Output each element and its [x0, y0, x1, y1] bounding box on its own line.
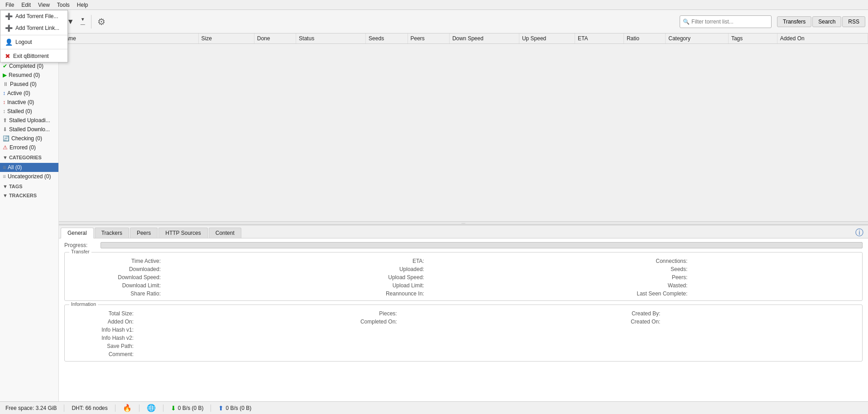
sidebar-item-stalled-downloading[interactable]: ⬇ Stalled Downlo... — [0, 125, 58, 134]
col-size[interactable]: Size — [198, 33, 254, 44]
info-hash-v2-label: Info Hash v2: — [70, 335, 134, 341]
info-hash-v2-value — [137, 335, 857, 341]
menu-edit[interactable]: Edit — [18, 1, 34, 9]
add-torrent-file-item[interactable]: ➕ Add Torrent File... — [0, 10, 67, 22]
col-eta[interactable]: ETA — [575, 33, 624, 44]
col-added-on[interactable]: Added On — [777, 33, 868, 44]
sidebar-resumed-label: Resumed (0) — [9, 72, 40, 78]
add-torrent-link-item[interactable]: ➕ Add Torrent Link... — [0, 22, 67, 34]
col-ratio[interactable]: Ratio — [623, 33, 665, 44]
menu-file[interactable]: File — [2, 1, 18, 9]
statusbar-sep-4 — [163, 404, 163, 412]
menu-view[interactable]: View — [34, 1, 53, 9]
col-up-speed[interactable]: Up Speed — [519, 33, 575, 44]
statusbar-sep-5 — [211, 404, 211, 412]
created-by-label: Created By: — [597, 310, 660, 317]
sidebar-stalled-label: Stalled (0) — [7, 108, 32, 114]
toolbar-sep-2 — [91, 15, 91, 29]
time-active-value — [164, 258, 330, 264]
sidebar-item-completed[interactable]: ✔ Completed (0) — [0, 62, 58, 71]
col-down-speed[interactable]: Down Speed — [449, 33, 519, 44]
trackers-header[interactable]: ▼ TRACKERS — [0, 191, 58, 200]
down-arrow-icon: ⬇ — [171, 404, 176, 412]
trackers-label: TRACKERS — [9, 193, 37, 198]
statusbar-sep-2 — [115, 404, 115, 412]
sidebar-item-stalled[interactable]: ↕ Stalled (0) — [0, 107, 58, 116]
tab-content[interactable]: Content — [209, 228, 241, 238]
dropdown-sep-2 — [0, 49, 67, 49]
sidebar-item-active[interactable]: ↕ Active (0) — [0, 89, 58, 98]
last-seen-value — [691, 290, 857, 297]
tags-header[interactable]: ▼ TAGS — [0, 182, 58, 191]
completed-on-value — [401, 319, 594, 325]
torrent-table-wrap[interactable]: Name Size Done Status Seeds Peers Down S… — [59, 33, 868, 221]
menubar: File Edit View Tools Help ➕ Add Torrent … — [0, 0, 868, 10]
dropdown-sep-1 — [0, 35, 67, 35]
filter-input-wrap: 🔍 — [680, 15, 772, 28]
sidebar-item-stalled-uploading[interactable]: ⬆ Stalled Uploadi... — [0, 116, 58, 125]
main-area: ⬇ All (0) ⬇ Downloading (0) ⬆ Seeding (0… — [0, 33, 868, 401]
down-speed-value: 0 B/s (0 B) — [178, 405, 204, 411]
share-ratio-label: Share Ratio: — [70, 290, 161, 297]
last-seen-label: Last Seen Complete: — [597, 290, 687, 297]
sidebar-uncategorized-label: Uncategorized (0) — [8, 173, 51, 180]
progress-label: Progress: — [64, 242, 101, 248]
col-seeds[interactable]: Seeds — [366, 33, 408, 44]
rss-button[interactable]: RSS — [842, 16, 865, 27]
col-category[interactable]: Category — [666, 33, 729, 44]
upload-limit-label: Upload Limit: — [334, 282, 424, 289]
sidebar-item-paused[interactable]: ⏸ Paused (0) — [0, 80, 58, 89]
sidebar-item-inactive[interactable]: ↕ Inactive (0) — [0, 98, 58, 107]
time-active-label: Time Active: — [70, 258, 161, 264]
logout-item[interactable]: 👤 Logout — [0, 36, 67, 48]
info-hash-v1-label: Info Hash v1: — [70, 327, 134, 333]
filter-input[interactable] — [691, 19, 768, 25]
tab-general[interactable]: General — [61, 228, 94, 238]
sidebar-stalled-up-label: Stalled Uploadi... — [9, 117, 50, 124]
detail-panel: General Trackers Peers HTTP Sources Cont… — [59, 225, 868, 401]
tab-trackers[interactable]: Trackers — [95, 228, 129, 238]
detail-close-button[interactable]: ⓘ — [853, 227, 866, 238]
checking-icon: 🔄 — [3, 135, 10, 142]
sidebar-item-all-categories[interactable]: ≡ All (0) — [0, 163, 58, 172]
paused-icon: ⏸ — [3, 81, 8, 87]
pieces-value — [401, 310, 594, 317]
col-tags[interactable]: Tags — [728, 33, 777, 44]
sidebar-item-resumed[interactable]: ▶ Resumed (0) — [0, 71, 58, 80]
col-status[interactable]: Status — [296, 33, 366, 44]
col-name[interactable]: Name — [59, 33, 198, 44]
sidebar-item-checking[interactable]: 🔄 Checking (0) — [0, 134, 58, 143]
menu-tools[interactable]: Tools — [53, 1, 73, 9]
progress-bar-wrap — [101, 242, 863, 248]
completed-icon: ✔ — [3, 63, 7, 69]
resumed-icon: ▶ — [3, 72, 7, 78]
sidebar-active-label: Active (0) — [7, 90, 30, 96]
connections-label: Connections: — [597, 258, 687, 264]
statusbar: Free space: 3.24 GiB DHT: 66 nodes 🔥 🌐 ⬇… — [0, 401, 868, 414]
add-torrent-file-label: Add Torrent File... — [15, 13, 58, 19]
all-categories-icon: ≡ — [3, 164, 6, 171]
categories-header[interactable]: ▼ CATEGORIES — [0, 153, 58, 162]
completed-on-label: Completed On: — [334, 319, 397, 325]
up-speed-section: ⬆ 0 B/s (0 B) — [218, 404, 251, 412]
transfers-button[interactable]: Transfers — [777, 16, 811, 27]
add-link-icon: ➕ — [5, 24, 13, 32]
fire-icon: 🔥 — [123, 404, 132, 412]
move-bottom-button[interactable]: ▼— — [78, 14, 87, 29]
col-peers[interactable]: Peers — [408, 33, 449, 44]
sidebar-item-uncategorized[interactable]: ≡ Uncategorized (0) — [0, 172, 58, 181]
menu-help[interactable]: Help — [73, 1, 92, 9]
exit-label: Exit qBittorrent — [13, 53, 49, 59]
tab-peers[interactable]: Peers — [130, 228, 158, 238]
resize-handle[interactable]: ··· — [59, 221, 868, 225]
settings-button[interactable]: ⚙ — [95, 14, 108, 29]
tab-http-sources[interactable]: HTTP Sources — [158, 228, 207, 238]
sidebar-item-errored[interactable]: ⚠ Errored (0) — [0, 143, 58, 152]
search-button[interactable]: Search — [812, 16, 841, 27]
stalled-down-icon: ⬇ — [3, 126, 7, 133]
created-by-value — [664, 310, 857, 317]
down-speed-section: ⬇ 0 B/s (0 B) — [171, 404, 204, 412]
col-done[interactable]: Done — [254, 33, 296, 44]
exit-item[interactable]: ✖ Exit qBittorrent — [0, 50, 67, 62]
download-limit-value — [164, 282, 330, 289]
